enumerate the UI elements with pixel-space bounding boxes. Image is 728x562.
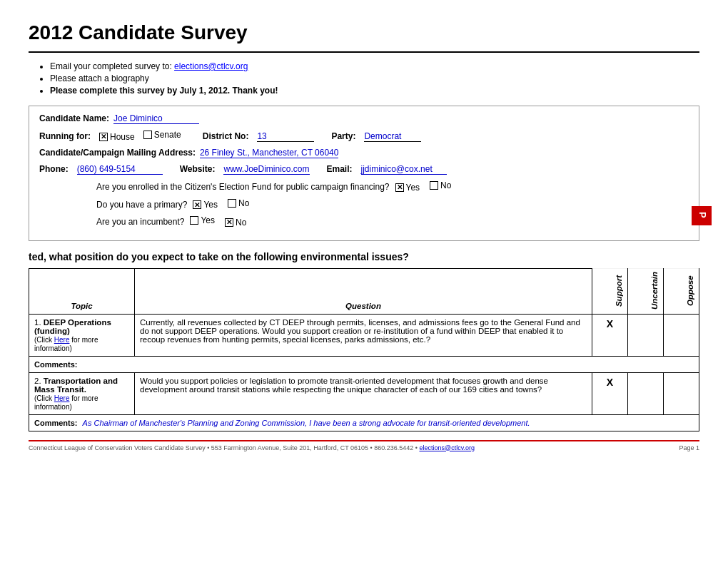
- page-title: 2012 Candidate Survey: [29, 21, 699, 44]
- footer-page: Page 1: [679, 444, 699, 451]
- address-row: Candidate/Campaign Mailing Address: 26 F…: [39, 148, 689, 158]
- district-label: District No:: [203, 131, 249, 141]
- row2-topic-title: Transportation and Mass Transit.: [34, 377, 118, 394]
- email-segment: Email: jjdiminico@cox.net: [327, 164, 447, 175]
- comments-row-1: Comments:: [29, 356, 699, 372]
- instructions-list: Email your completed survey to: election…: [29, 61, 699, 96]
- incumbent-question: Are you an incumbent?: [96, 217, 184, 227]
- house-checkbox: House: [99, 132, 135, 142]
- primary-yes: Yes: [193, 200, 218, 210]
- candidate-info-box: Part1:Ifelec Candidate Name: Joe Diminic…: [29, 106, 699, 241]
- comments-cell-1: Comments:: [29, 356, 699, 372]
- table-header-row: Topic Question Support Uncertain Oppose: [29, 268, 699, 314]
- senate-checkbox-box: [143, 131, 152, 139]
- survey-table: Topic Question Support Uncertain Oppose …: [29, 268, 699, 431]
- party-value: Democrat: [364, 131, 421, 142]
- running-for-segment: Running for: House Senate: [39, 130, 186, 142]
- senate-label: Senate: [154, 130, 181, 140]
- footer-email[interactable]: elections@ctlcv.org: [419, 444, 475, 451]
- party-label: Party:: [331, 131, 355, 141]
- table-row: 2. Transportation and Mass Transit. (Cli…: [29, 372, 699, 414]
- instruction-3: Please complete this survey by July 1, 2…: [50, 86, 699, 96]
- side-tab: Part1:Ifelec: [692, 206, 712, 225]
- address-label: Candidate/Campaign Mailing Address:: [39, 148, 196, 158]
- row1-uncertain: [628, 314, 664, 356]
- row2-uncertain: [628, 372, 664, 414]
- primary-yes-box: [193, 200, 201, 209]
- instruction-1: Email your completed survey to: election…: [50, 61, 699, 71]
- incumbent-yes-box: [190, 216, 198, 225]
- topic-cell-2: 2. Transportation and Mass Transit. (Cli…: [29, 372, 135, 414]
- instruction-1-text: Email your completed survey to:: [50, 61, 174, 71]
- row2-number: 2.: [34, 377, 41, 385]
- primary-no-box: [228, 199, 236, 208]
- comments-row-2: Comments: As Chairman of Manchester's Pl…: [29, 414, 699, 431]
- candidate-name-row: Candidate Name: Joe Diminico: [39, 113, 689, 124]
- cef-row: Are you enrolled in the Citizen's Electi…: [96, 180, 689, 193]
- district-segment: District No: 13: [203, 131, 315, 142]
- house-checkbox-box: [99, 133, 108, 141]
- cef-question: Are you enrolled in the Citizen's Electi…: [96, 182, 390, 192]
- address-value: 26 Finley St., Manchester, CT 06040: [200, 148, 339, 158]
- primary-question: Do you have a primary?: [96, 200, 187, 210]
- footer: Connecticut League of Conservation Voter…: [29, 444, 699, 451]
- house-label: House: [110, 132, 135, 142]
- th-uncertain: Uncertain: [628, 268, 664, 314]
- website-segment: Website: www.JoeDiminico.com: [180, 164, 310, 175]
- row2-oppose: [664, 372, 699, 414]
- cef-no-box: [430, 181, 438, 190]
- running-for-row: Running for: House Senate District No: 1…: [39, 130, 689, 142]
- phone-label: Phone:: [39, 164, 69, 174]
- incumbent-no-box: [225, 218, 233, 227]
- th-question: Question: [135, 268, 592, 314]
- topic-cell-1: 1. DEEP Operations (funding) (Click Here…: [29, 314, 135, 356]
- cef-no: No: [430, 180, 451, 190]
- party-segment: Party: Democrat: [331, 131, 421, 142]
- running-for-label: Running for:: [39, 131, 91, 141]
- email-link[interactable]: elections@ctlcv.org: [174, 61, 248, 71]
- primary-no: No: [228, 198, 249, 208]
- row1-question: Currently, all revenues collected by CT …: [135, 314, 592, 356]
- email-value: jjdiminico@cox.net: [361, 164, 447, 175]
- row1-oppose: [664, 314, 699, 356]
- th-oppose: Oppose: [664, 268, 699, 314]
- incumbent-yes: Yes: [190, 215, 215, 225]
- row2-question: Would you support policies or legislatio…: [135, 372, 592, 414]
- district-value: 13: [257, 131, 314, 142]
- row1-click-here: (Click Here for more information): [34, 336, 98, 352]
- phone-segment: Phone: (860) 649-5154: [39, 164, 163, 175]
- comments-cell-2: Comments: As Chairman of Manchester's Pl…: [29, 414, 699, 431]
- section-heading: ted, what position do you expect to take…: [29, 251, 699, 262]
- footer-divider: [29, 440, 699, 441]
- email-label: Email:: [327, 164, 353, 174]
- row2-click-here: (Click Here for more information): [34, 394, 98, 411]
- row1-number: 1.: [34, 318, 41, 327]
- primary-row: Do you have a primary? Yes No: [96, 198, 689, 210]
- cef-yes-box: [395, 183, 404, 192]
- instruction-2: Please attach a biography: [50, 73, 699, 83]
- cef-yes: Yes: [395, 183, 420, 193]
- top-divider: [29, 51, 699, 53]
- row1-support: X: [592, 314, 628, 356]
- contact-row: Phone: (860) 649-5154 Website: www.JoeDi…: [39, 164, 689, 175]
- incumbent-no: No: [225, 218, 246, 228]
- row1-topic-title: DEEP Operations (funding): [34, 318, 111, 335]
- senate-checkbox: Senate: [143, 130, 181, 140]
- candidate-name-label: Candidate Name:: [39, 113, 109, 123]
- website-label: Website:: [180, 164, 216, 174]
- website-value: www.JoeDiminico.com: [223, 164, 309, 175]
- candidate-name-value: Joe Diminico: [113, 113, 199, 124]
- th-topic: Topic: [29, 268, 135, 314]
- phone-value: (860) 649-5154: [77, 164, 163, 175]
- th-support: Support: [592, 268, 628, 314]
- comments-value-2: As Chairman of Manchester's Planning and…: [83, 419, 530, 427]
- footer-text: Connecticut League of Conservation Voter…: [29, 444, 475, 451]
- row2-support: X: [592, 372, 628, 414]
- table-row: 1. DEEP Operations (funding) (Click Here…: [29, 314, 699, 356]
